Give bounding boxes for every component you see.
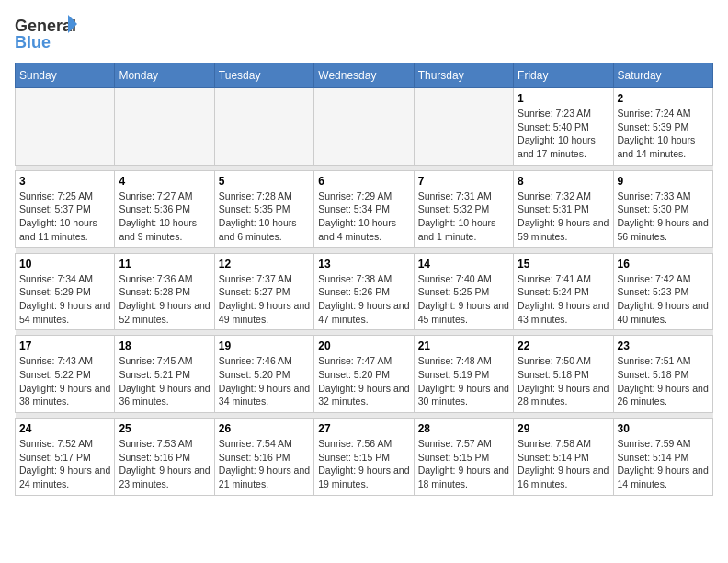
day-info: Sunrise: 7:48 AM Sunset: 5:19 PM Dayligh… <box>418 354 509 408</box>
calendar-cell: 14Sunrise: 7:40 AM Sunset: 5:25 PM Dayli… <box>414 253 513 330</box>
day-info: Sunrise: 7:42 AM Sunset: 5:23 PM Dayligh… <box>618 272 709 327</box>
calendar-cell: 10Sunrise: 7:34 AM Sunset: 5:29 PM Dayli… <box>16 253 115 330</box>
day-number: 9 <box>618 175 709 188</box>
calendar-cell: 7Sunrise: 7:31 AM Sunset: 5:32 PM Daylig… <box>414 170 513 247</box>
day-info: Sunrise: 7:51 AM Sunset: 5:18 PM Dayligh… <box>618 354 709 408</box>
day-info: Sunrise: 7:25 AM Sunset: 5:37 PM Dayligh… <box>19 190 110 244</box>
calendar-cell: 18Sunrise: 7:45 AM Sunset: 5:21 PM Dayli… <box>115 336 214 413</box>
calendar-cell: 22Sunrise: 7:50 AM Sunset: 5:18 PM Dayli… <box>514 336 613 413</box>
calendar-cell: 9Sunrise: 7:33 AM Sunset: 5:30 PM Daylig… <box>613 170 712 247</box>
calendar-cell: 12Sunrise: 7:37 AM Sunset: 5:27 PM Dayli… <box>214 253 313 330</box>
calendar-cell: 20Sunrise: 7:47 AM Sunset: 5:20 PM Dayli… <box>314 336 414 413</box>
day-info: Sunrise: 7:33 AM Sunset: 5:30 PM Dayligh… <box>618 190 709 244</box>
calendar-cell: 27Sunrise: 7:56 AM Sunset: 5:15 PM Dayli… <box>314 419 414 496</box>
day-info: Sunrise: 7:38 AM Sunset: 5:26 PM Dayligh… <box>318 272 409 327</box>
day-info: Sunrise: 7:53 AM Sunset: 5:16 PM Dayligh… <box>119 437 210 491</box>
day-number: 28 <box>418 422 509 435</box>
calendar-week-4: 17Sunrise: 7:43 AM Sunset: 5:22 PM Dayli… <box>16 336 713 413</box>
calendar-cell <box>16 88 115 166</box>
day-number: 20 <box>318 339 409 352</box>
calendar-cell: 29Sunrise: 7:58 AM Sunset: 5:14 PM Dayli… <box>514 419 613 496</box>
day-number: 17 <box>19 339 110 352</box>
calendar-cell: 30Sunrise: 7:59 AM Sunset: 5:14 PM Dayli… <box>613 419 712 496</box>
day-info: Sunrise: 7:47 AM Sunset: 5:20 PM Dayligh… <box>318 354 409 408</box>
day-info: Sunrise: 7:50 AM Sunset: 5:18 PM Dayligh… <box>518 354 609 408</box>
logo-icon: GeneralBlue <box>15 15 88 52</box>
logo: GeneralBlue <box>15 15 88 52</box>
calendar-week-2: 3Sunrise: 7:25 AM Sunset: 5:37 PM Daylig… <box>16 170 713 247</box>
day-number: 25 <box>119 422 210 435</box>
calendar-header-thursday: Thursday <box>414 63 513 88</box>
calendar-cell <box>115 88 214 166</box>
day-number: 27 <box>318 422 409 435</box>
calendar-cell: 26Sunrise: 7:54 AM Sunset: 5:16 PM Dayli… <box>214 419 313 496</box>
calendar-cell: 25Sunrise: 7:53 AM Sunset: 5:16 PM Dayli… <box>115 419 214 496</box>
day-info: Sunrise: 7:43 AM Sunset: 5:22 PM Dayligh… <box>19 354 110 408</box>
day-info: Sunrise: 7:36 AM Sunset: 5:28 PM Dayligh… <box>119 272 210 327</box>
day-number: 19 <box>219 339 310 352</box>
calendar-cell: 3Sunrise: 7:25 AM Sunset: 5:37 PM Daylig… <box>16 170 115 247</box>
day-number: 4 <box>119 175 210 188</box>
calendar-cell: 6Sunrise: 7:29 AM Sunset: 5:34 PM Daylig… <box>314 170 414 247</box>
calendar-cell: 11Sunrise: 7:36 AM Sunset: 5:28 PM Dayli… <box>115 253 214 330</box>
day-number: 24 <box>19 422 110 435</box>
calendar-cell: 23Sunrise: 7:51 AM Sunset: 5:18 PM Dayli… <box>613 336 712 413</box>
day-number: 10 <box>19 258 110 270</box>
day-info: Sunrise: 7:27 AM Sunset: 5:36 PM Dayligh… <box>119 190 210 244</box>
day-info: Sunrise: 7:52 AM Sunset: 5:17 PM Dayligh… <box>19 437 110 491</box>
calendar-cell: 2Sunrise: 7:24 AM Sunset: 5:39 PM Daylig… <box>613 88 712 166</box>
day-info: Sunrise: 7:59 AM Sunset: 5:14 PM Dayligh… <box>618 437 709 491</box>
calendar-week-1: 1Sunrise: 7:23 AM Sunset: 5:40 PM Daylig… <box>16 88 713 166</box>
calendar-cell: 15Sunrise: 7:41 AM Sunset: 5:24 PM Dayli… <box>514 253 613 330</box>
day-number: 14 <box>418 258 509 270</box>
calendar-cell: 17Sunrise: 7:43 AM Sunset: 5:22 PM Dayli… <box>16 336 115 413</box>
day-info: Sunrise: 7:46 AM Sunset: 5:20 PM Dayligh… <box>219 354 310 408</box>
day-number: 15 <box>518 258 609 270</box>
day-info: Sunrise: 7:56 AM Sunset: 5:15 PM Dayligh… <box>318 437 409 491</box>
calendar-cell: 4Sunrise: 7:27 AM Sunset: 5:36 PM Daylig… <box>115 170 214 247</box>
day-number: 16 <box>618 258 709 270</box>
calendar-header-row: SundayMondayTuesdayWednesdayThursdayFrid… <box>16 63 713 88</box>
calendar-cell: 1Sunrise: 7:23 AM Sunset: 5:40 PM Daylig… <box>514 88 613 166</box>
day-number: 26 <box>219 422 310 435</box>
day-number: 1 <box>518 92 609 105</box>
day-info: Sunrise: 7:45 AM Sunset: 5:21 PM Dayligh… <box>119 354 210 408</box>
day-info: Sunrise: 7:24 AM Sunset: 5:39 PM Dayligh… <box>618 107 709 161</box>
calendar-cell: 28Sunrise: 7:57 AM Sunset: 5:15 PM Dayli… <box>414 419 513 496</box>
day-number: 21 <box>418 339 509 352</box>
day-number: 12 <box>219 258 310 270</box>
day-number: 5 <box>219 175 310 188</box>
day-number: 2 <box>618 92 709 105</box>
calendar-cell <box>314 88 414 166</box>
calendar-cell: 16Sunrise: 7:42 AM Sunset: 5:23 PM Dayli… <box>613 253 712 330</box>
day-number: 11 <box>119 258 210 270</box>
svg-text:General: General <box>15 17 76 35</box>
calendar-header-saturday: Saturday <box>613 63 712 88</box>
calendar-header-wednesday: Wednesday <box>314 63 414 88</box>
calendar-week-5: 24Sunrise: 7:52 AM Sunset: 5:17 PM Dayli… <box>16 419 713 496</box>
calendar-table: SundayMondayTuesdayWednesdayThursdayFrid… <box>15 63 713 496</box>
day-info: Sunrise: 7:41 AM Sunset: 5:24 PM Dayligh… <box>518 272 609 327</box>
calendar-cell <box>414 88 513 166</box>
svg-text:Blue: Blue <box>15 33 51 52</box>
calendar-cell: 21Sunrise: 7:48 AM Sunset: 5:19 PM Dayli… <box>414 336 513 413</box>
calendar-header-monday: Monday <box>115 63 214 88</box>
day-info: Sunrise: 7:23 AM Sunset: 5:40 PM Dayligh… <box>518 107 609 161</box>
calendar-cell: 5Sunrise: 7:28 AM Sunset: 5:35 PM Daylig… <box>214 170 313 247</box>
calendar-header-friday: Friday <box>514 63 613 88</box>
day-number: 29 <box>518 422 609 435</box>
calendar-cell: 8Sunrise: 7:32 AM Sunset: 5:31 PM Daylig… <box>514 170 613 247</box>
day-info: Sunrise: 7:34 AM Sunset: 5:29 PM Dayligh… <box>19 272 110 327</box>
calendar-cell: 13Sunrise: 7:38 AM Sunset: 5:26 PM Dayli… <box>314 253 414 330</box>
calendar-cell: 24Sunrise: 7:52 AM Sunset: 5:17 PM Dayli… <box>16 419 115 496</box>
day-number: 30 <box>618 422 709 435</box>
calendar-cell: 19Sunrise: 7:46 AM Sunset: 5:20 PM Dayli… <box>214 336 313 413</box>
calendar-week-3: 10Sunrise: 7:34 AM Sunset: 5:29 PM Dayli… <box>16 253 713 330</box>
page-header: GeneralBlue <box>15 15 713 52</box>
day-info: Sunrise: 7:58 AM Sunset: 5:14 PM Dayligh… <box>518 437 609 491</box>
day-info: Sunrise: 7:37 AM Sunset: 5:27 PM Dayligh… <box>219 272 310 327</box>
day-info: Sunrise: 7:40 AM Sunset: 5:25 PM Dayligh… <box>418 272 509 327</box>
day-number: 23 <box>618 339 709 352</box>
day-number: 8 <box>518 175 609 188</box>
calendar-cell <box>214 88 313 166</box>
